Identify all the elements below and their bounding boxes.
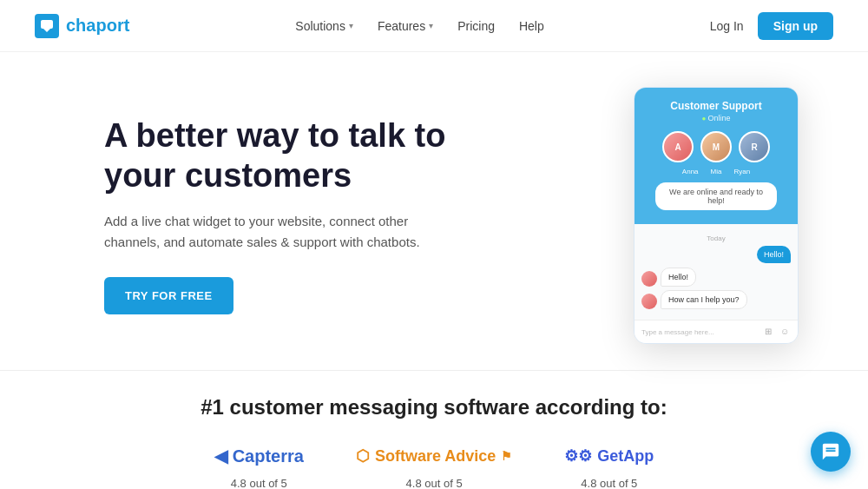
chat-body: Today Hello! Hello! How can I help you? [635,224,798,320]
nav-solutions[interactable]: Solutions ▾ [295,19,353,33]
softwareadvice-label: Software Advice [375,447,496,466]
agent-mini-avatar [641,294,657,309]
softwareadvice-icon: ⬡ [356,446,370,466]
avatar-names: Anna Mia Ryan [647,168,786,175]
agent-mini-avatar [641,271,657,287]
softwareadvice-logo: ⬡ Software Advice ⚑ [356,444,512,468]
chat-placeholder: Type a message here... [641,328,714,336]
getapp-score: 4.8 out of 5 [581,477,637,489]
emoji-icon: ☺ [780,327,791,337]
nav-help[interactable]: Help [519,19,544,33]
logo-text: chaport [66,16,129,36]
chat-float-button[interactable] [811,432,851,472]
try-for-free-button[interactable]: TRY FOR FREE [104,277,233,314]
capterra-logo: ◀ Capterra [214,444,304,468]
svg-marker-1 [43,29,50,32]
hero-title: A better way to talk to your customers [104,116,451,195]
avatar-anna: A [662,131,694,162]
chat-bubble-right-hello: Hello! [641,246,791,263]
logo[interactable]: chaport [35,14,129,38]
bubble-text: Hello! [757,246,791,263]
signup-button[interactable]: Sign up [758,12,833,40]
chat-status: Online [647,114,786,122]
attachment-icon: ⊞ [765,327,775,337]
nav-links: Solutions ▾ Features ▾ Pricing Help [295,19,543,33]
softwareadvice-flag-icon: ⚑ [501,449,512,463]
chat-footer: Type a message here... ⊞ ☺ [635,320,798,343]
ratings-title: #1 customer messaging software according… [35,395,833,420]
bubble-text: Hello! [661,268,696,287]
chat-bubble-left-help: How can I help you? [641,290,791,309]
capterra-rating: ◀ Capterra 4.8 out of 5 ★ ★ ★ ★ ★ [214,444,304,489]
getapp-logo: ⚙⚙ GetApp [564,444,654,468]
chat-header-title: Customer Support [647,100,786,112]
getapp-icon: ⚙⚙ [564,446,592,466]
softwareadvice-score: 4.8 out of 5 [406,477,463,489]
ratings-row: ◀ Capterra 4.8 out of 5 ★ ★ ★ ★ ★ ⬡ Soft… [35,444,833,489]
capterra-score: 4.8 out of 5 [231,477,287,489]
nav-actions: Log In Sign up [710,12,833,40]
bubble-text: How can I help you? [661,290,747,309]
chat-bubble-left-hello: Hello! [641,268,791,287]
chat-widget-mockup: Customer Support Online A M R Anna Mia R… [634,87,799,344]
nav-features[interactable]: Features ▾ [378,19,433,33]
ratings-section: #1 customer messaging software according… [0,371,868,489]
navigation: chaport Solutions ▾ Features ▾ Pricing H… [0,0,868,52]
getapp-rating: ⚙⚙ GetApp 4.8 out of 5 ★ ★ ★ ★ ★ [564,444,654,489]
svg-rect-0 [41,20,53,29]
hero-description: Add a live chat widget to your website, … [104,211,451,253]
login-button[interactable]: Log In [710,19,744,33]
capterra-icon: ◀ [214,446,227,466]
avatar-ryan: R [739,131,770,162]
capterra-label: Capterra [233,446,304,466]
hero-section: A better way to talk to your customers A… [0,52,868,370]
nav-pricing[interactable]: Pricing [457,19,495,33]
hero-content: A better way to talk to your customers A… [104,116,451,314]
getapp-label: GetApp [597,447,654,466]
chat-day-label: Today [641,235,791,242]
avatar-mia: M [700,131,732,162]
chat-action-icons: ⊞ ☺ [765,327,791,337]
online-message: We are online and ready to help! [655,182,777,210]
chevron-down-icon: ▾ [349,21,353,30]
chevron-down-icon: ▾ [429,21,433,30]
softwareadvice-rating: ⬡ Software Advice ⚑ 4.8 out of 5 ★ ★ ★ ★… [356,444,512,489]
chat-avatars: A M R [647,131,786,162]
chat-header: Customer Support Online A M R Anna Mia R… [635,88,798,224]
logo-icon [35,14,59,38]
